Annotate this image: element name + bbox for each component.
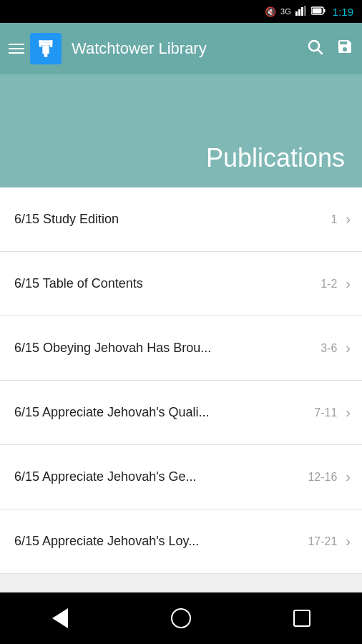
list-item-title: 6/15 Appreciate Jehovah's Ge...	[14, 469, 308, 484]
list-item-pages: 3-6	[321, 342, 337, 355]
chevron-right-icon: ›	[346, 469, 351, 485]
back-button[interactable]	[39, 597, 82, 640]
signal-bars-icon	[295, 6, 307, 18]
home-button[interactable]	[160, 597, 202, 640]
list-item-title: 6/15 Table of Contents	[14, 276, 321, 291]
svg-rect-0	[295, 11, 298, 16]
list-item-title: 6/15 Study Edition	[14, 212, 331, 227]
chevron-right-icon: ›	[346, 211, 351, 228]
mute-icon: 🔇	[265, 6, 276, 17]
list-item[interactable]: 6/15 Appreciate Jehovah's Loy... 17-21 ›	[0, 509, 362, 574]
list-item-title: 6/15 Obeying Jehovah Has Brou...	[14, 341, 321, 356]
home-icon	[171, 608, 191, 628]
list-item-pages: 17-21	[308, 535, 337, 548]
battery-icon	[311, 6, 326, 17]
recent-button[interactable]	[280, 597, 323, 640]
chevron-right-icon: ›	[346, 340, 351, 356]
menu-button[interactable]	[9, 44, 24, 54]
svg-rect-12	[50, 40, 53, 47]
list-item-pages: 7-11	[314, 406, 337, 419]
svg-rect-3	[304, 6, 306, 16]
tower-icon	[36, 39, 56, 59]
signal-3g-icon: 3G	[280, 7, 291, 16]
svg-rect-1	[298, 9, 300, 16]
svg-rect-2	[301, 7, 303, 16]
svg-rect-11	[39, 40, 42, 47]
list-item[interactable]: 6/15 Appreciate Jehovah's Ge... 12-16 ›	[0, 445, 362, 509]
status-bar: 🔇 3G 1:19	[0, 0, 362, 23]
list-item[interactable]: 6/15 Appreciate Jehovah's Quali... 7-11 …	[0, 381, 362, 445]
chevron-right-icon: ›	[346, 275, 351, 292]
svg-line-14	[318, 50, 323, 54]
svg-rect-9	[42, 45, 49, 54]
app-title: Watchtower Library	[72, 39, 306, 58]
nav-bar	[0, 592, 362, 644]
svg-rect-8	[41, 43, 51, 46]
svg-rect-10	[44, 54, 48, 57]
status-time: 1:19	[333, 6, 353, 18]
search-button[interactable]	[306, 38, 323, 59]
svg-rect-6	[312, 8, 321, 13]
list-item-pages: 1	[331, 213, 337, 226]
app-logo	[30, 33, 62, 64]
back-icon	[52, 608, 68, 628]
list-item-title: 6/15 Appreciate Jehovah's Quali...	[14, 405, 314, 420]
recent-icon	[293, 610, 310, 627]
chevron-right-icon: ›	[346, 404, 351, 421]
list-item[interactable]: 6/15 Table of Contents 1-2 ›	[0, 252, 362, 316]
svg-rect-5	[323, 9, 325, 12]
list-item-title: 6/15 Appreciate Jehovah's Loy...	[14, 534, 308, 549]
publications-list: 6/15 Study Edition 1 › 6/15 Table of Con…	[0, 187, 362, 574]
list-item[interactable]: 6/15 Study Edition 1 ›	[0, 187, 362, 252]
hero-title: Publications	[206, 143, 345, 173]
app-bar-actions	[306, 38, 353, 59]
chevron-right-icon: ›	[346, 533, 351, 550]
list-item-pages: 1-2	[321, 278, 337, 291]
list-item[interactable]: 6/15 Obeying Jehovah Has Brou... 3-6 ›	[0, 316, 362, 381]
hero-section: Publications	[0, 74, 362, 187]
app-bar: Watchtower Library	[0, 23, 362, 74]
save-button[interactable]	[336, 38, 353, 59]
list-item-pages: 12-16	[308, 471, 337, 484]
status-icons: 🔇 3G 1:19	[265, 6, 353, 18]
